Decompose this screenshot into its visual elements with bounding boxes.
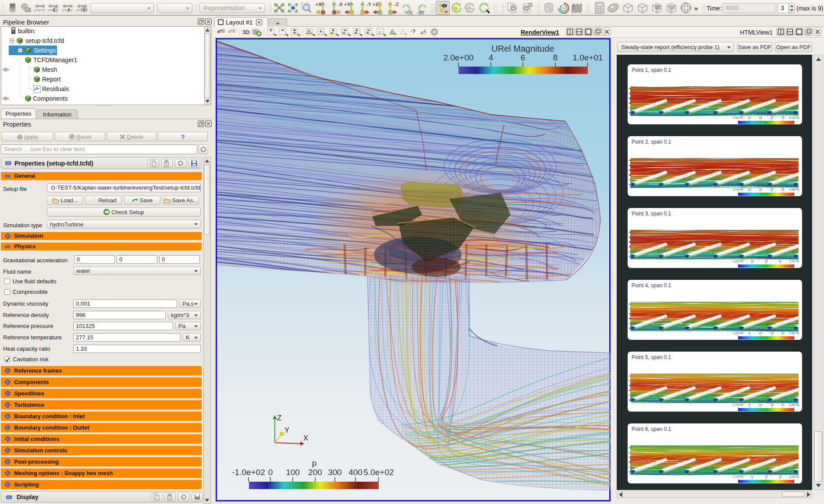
svg-text:+Y: +Y	[344, 2, 350, 7]
svg-text:2.7e+00: 2.7e+00	[733, 403, 743, 406]
svg-text:20: 20	[770, 188, 774, 191]
svg-text:URelMagnitude: URelMagnitude	[757, 113, 776, 116]
svg-text:20: 20	[778, 260, 782, 263]
svg-text:URelMagnitude: URelMagnitude	[757, 184, 776, 188]
svg-text:Y: Y	[284, 426, 289, 434]
svg-text:-X: -X	[338, 2, 342, 7]
svg-text:Point 4, span 0.1: Point 4, span 0.1	[632, 282, 671, 289]
svg-text:2.4e+01: 2.4e+01	[789, 331, 799, 335]
svg-text:+X: +X	[316, 2, 322, 7]
svg-text:2.7e+01: 2.7e+01	[789, 260, 799, 263]
svg-text:Point 5, span 0.1: Point 5, span 0.1	[632, 354, 671, 360]
svg-text:Point 1, span 0.1: Point 1, span 0.1	[632, 67, 671, 73]
svg-text:15: 15	[759, 116, 762, 119]
svg-text:Point 3, span 0.1: Point 3, span 0.1	[632, 211, 671, 217]
svg-text:300: 300	[328, 468, 342, 477]
svg-text:0: 0	[268, 468, 273, 477]
svg-text:20: 20	[781, 331, 785, 335]
svg-text:20: 20	[770, 116, 774, 119]
svg-text:25: 25	[781, 188, 785, 191]
svg-text:URelMagnitude: URelMagnitude	[757, 328, 776, 331]
svg-text:X: X	[303, 434, 308, 442]
svg-text:Z: Z	[277, 414, 281, 422]
svg-text:10: 10	[759, 331, 762, 335]
svg-text:Point 2, span 0.1: Point 2, span 0.1	[632, 139, 671, 145]
svg-text:15: 15	[770, 403, 774, 406]
svg-text:25: 25	[781, 116, 785, 119]
svg-text:5: 5	[751, 475, 753, 478]
svg-text:2.0e+01: 2.0e+01	[789, 475, 799, 478]
svg-text:p: p	[312, 458, 317, 468]
svg-text:10: 10	[748, 116, 751, 119]
svg-text:3.7e+00: 3.7e+00	[733, 188, 743, 191]
svg-text:3.1e+01: 3.1e+01	[789, 116, 799, 119]
svg-text:+90: +90	[405, 10, 413, 15]
svg-text:8: 8	[553, 53, 558, 62]
svg-text:URelMagnitude: URelMagnitude	[757, 400, 776, 403]
svg-text:100: 100	[286, 468, 300, 477]
svg-text:?: ?	[423, 30, 426, 35]
svg-text:10: 10	[764, 475, 768, 478]
svg-text:4.0e+00: 4.0e+00	[733, 116, 743, 119]
svg-text:200: 200	[308, 468, 322, 477]
svg-text:1.0e+01: 1.0e+01	[572, 53, 603, 62]
svg-text:5.0e+02: 5.0e+02	[363, 468, 394, 477]
svg-text:5: 5	[749, 331, 750, 335]
svg-text:15: 15	[778, 475, 782, 478]
svg-text:4: 4	[489, 53, 494, 62]
svg-text:2.2e+01: 2.2e+01	[789, 403, 799, 406]
svg-text:15: 15	[759, 188, 762, 191]
svg-text:-90: -90	[417, 10, 424, 15]
svg-text:10: 10	[750, 260, 754, 263]
svg-text:C: C	[53, 6, 58, 13]
svg-text:-Z: -Z	[394, 2, 398, 7]
svg-text:10: 10	[748, 188, 751, 191]
svg-text:URelMagnitude: URelMagnitude	[757, 472, 776, 475]
svg-text:2.9e+01: 2.9e+01	[789, 188, 799, 191]
svg-text:Point 6, span 0.1: Point 6, span 0.1	[632, 426, 671, 432]
svg-text:URelMagnitude: URelMagnitude	[757, 256, 776, 260]
svg-text:-Y: -Y	[366, 2, 371, 7]
svg-text:2.2e+00: 2.2e+00	[733, 331, 743, 335]
svg-text:5: 5	[749, 403, 750, 406]
svg-text:URel Magnitude: URel Magnitude	[491, 44, 554, 53]
svg-text:20: 20	[781, 403, 785, 406]
svg-text:6: 6	[521, 53, 526, 62]
svg-text:-1.0e+02: -1.0e+02	[232, 468, 265, 477]
svg-text:2.0e+00: 2.0e+00	[443, 53, 473, 62]
svg-text:10: 10	[759, 403, 762, 406]
svg-text:15: 15	[770, 331, 774, 335]
svg-text:2.7e+00: 2.7e+00	[733, 475, 743, 478]
svg-text:3.2e+00: 3.2e+00	[733, 260, 743, 263]
svg-text:400: 400	[348, 468, 362, 477]
svg-text:15: 15	[764, 260, 768, 263]
svg-text:+Z: +Z	[373, 2, 378, 7]
